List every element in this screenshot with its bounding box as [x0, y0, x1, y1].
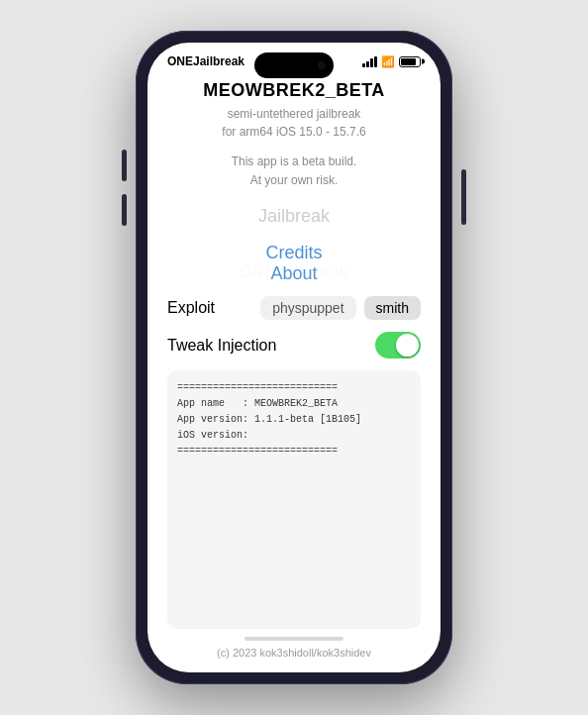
credits-link[interactable]: Credits	[265, 243, 322, 263]
log-area: =========================== App name : M…	[167, 370, 421, 629]
beta-warning: This app is a beta build. At your own ri…	[232, 153, 357, 190]
subtitle-line1: semi-untethered jailbreak	[228, 107, 361, 121]
jailbreak-button[interactable]: Jailbreak	[258, 206, 330, 227]
log-separator-top: ===========================	[177, 380, 411, 396]
battery-icon	[399, 56, 421, 67]
warning-line1: This app is a beta build.	[232, 154, 357, 168]
subtitle-line2: for arm64 iOS 15.0 - 15.7.6	[222, 125, 365, 139]
smith-option[interactable]: smith	[364, 296, 421, 320]
toggle-knob	[396, 334, 419, 357]
volume-up-button[interactable]	[122, 150, 127, 181]
screen-content: MEOWBREK2_BETA semi-untethered jailbreak…	[147, 72, 441, 629]
physpuppet-option[interactable]: physpuppet	[260, 296, 355, 320]
dynamic-island	[254, 52, 334, 78]
exploit-options: physpuppet smith	[260, 296, 421, 320]
about-link[interactable]: About	[270, 263, 317, 283]
carrier-label: ONEJailbreak	[167, 54, 245, 68]
footer: (c) 2023 kok3shidoll/kok3shidev	[147, 629, 441, 672]
warning-line2: At your own risk.	[250, 173, 339, 187]
exploit-row: Exploit physpuppet smith	[167, 296, 421, 320]
tweak-injection-label: Tweak Injection	[167, 337, 276, 355]
log-app-name: App name : MEOWBREK2_BETA	[177, 396, 411, 412]
log-separator-bottom: ===========================	[177, 444, 411, 460]
status-icons: 📶	[362, 55, 421, 68]
power-button[interactable]	[461, 169, 466, 225]
exploit-label: Exploit	[167, 299, 215, 317]
phone-screen: ONEJailbreak 📶 MEOWBREK2_BETA	[147, 43, 441, 672]
signal-icon	[362, 56, 377, 67]
home-indicator	[245, 637, 343, 641]
status-bar: ONEJailbreak 📶	[147, 43, 441, 72]
app-title: MEOWBREK2_BETA	[203, 80, 385, 101]
dynamic-island-camera	[318, 61, 326, 69]
app-subtitle: semi-untethered jailbreak for arm64 iOS …	[222, 105, 365, 141]
phone-frame: ONEJailbreak 📶 MEOWBREK2_BETA	[136, 31, 452, 684]
wifi-icon: 📶	[381, 55, 395, 68]
volume-down-button[interactable]	[122, 194, 127, 226]
tweak-toggle[interactable]	[375, 332, 421, 358]
footer-text: (c) 2023 kok3shidoll/kok3shidev	[217, 647, 371, 659]
tweak-injection-row: Tweak Injection	[167, 332, 421, 358]
log-ios-version: iOS version:	[177, 428, 411, 444]
log-app-version: App version: 1.1.1-beta [1B105]	[177, 412, 411, 428]
